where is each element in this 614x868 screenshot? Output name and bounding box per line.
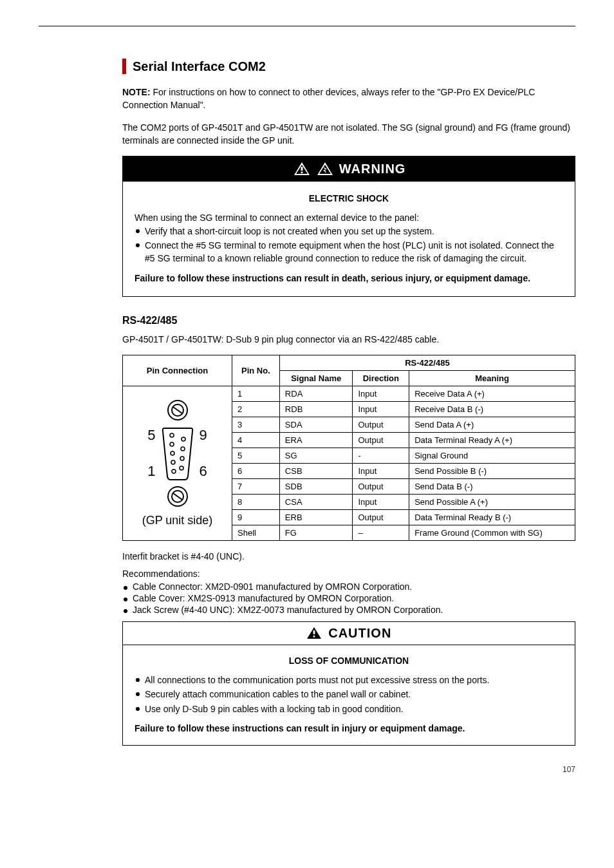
caution-title: CAUTION	[328, 626, 391, 640]
note-label: NOTE:	[122, 87, 153, 97]
th-pin-no: Pin No.	[232, 355, 280, 386]
warning-title: WARNING	[339, 162, 406, 176]
section-heading: Serial Interface COM2	[122, 59, 575, 74]
cell-dir: Output	[353, 479, 409, 495]
cell-sig: SDA	[279, 417, 353, 433]
svg-point-12	[171, 451, 174, 455]
cell-dir: -	[353, 448, 409, 464]
warning-item: Connect the #5 SG terminal to remote equ…	[135, 239, 563, 265]
warning-subhead: ELECTRIC SHOCK	[135, 192, 563, 205]
rec-item: Cable Cover: XM2S-0913 manufactured by O…	[122, 593, 575, 603]
digit-1: 1	[147, 463, 155, 480]
cell-dir: Input	[353, 402, 409, 417]
cell-mean: Data Terminal Ready B (-)	[409, 510, 575, 525]
caution-box: CAUTION LOSS OF COMMUNICATION All connec…	[122, 621, 575, 746]
svg-point-11	[170, 442, 174, 446]
cell-pinno: 4	[232, 433, 280, 448]
cell-pinno: Shell	[232, 525, 280, 541]
svg-rect-24	[313, 636, 315, 637]
cell-pinno: 9	[232, 510, 280, 525]
th-signal: Signal Name	[279, 371, 353, 386]
intro-para-2: The COM2 ports of GP-4501T and GP-4501TW…	[122, 121, 575, 147]
connector-diagram-cell: 5 1	[123, 386, 232, 541]
cell-sig: RDA	[279, 386, 353, 402]
svg-rect-23	[313, 630, 315, 634]
warning-footer: Failure to follow these instructions can…	[135, 272, 563, 285]
cell-sig: CSA	[279, 495, 353, 510]
warning-list: Verify that a short-circuit loop is not …	[135, 225, 563, 265]
interfit-note: Interfit bracket is #4-40 (UNC).	[122, 550, 575, 563]
svg-point-10	[170, 433, 174, 437]
warning-lead: When using the SG terminal to connect an…	[135, 211, 563, 224]
top-rule	[39, 26, 575, 26]
cell-dir: –	[353, 525, 409, 541]
warning-triangle-icon	[317, 162, 333, 176]
caution-body: LOSS OF COMMUNICATION All connections to…	[123, 645, 575, 745]
svg-point-13	[171, 460, 175, 464]
connector-body-icon	[161, 425, 194, 482]
caution-triangle-icon	[306, 627, 322, 639]
cell-pinno: 7	[232, 479, 280, 495]
warning-item: Verify that a short-circuit loop is not …	[135, 225, 563, 238]
cell-dir: Output	[353, 433, 409, 448]
th-rs422: RS-422/485	[279, 355, 575, 371]
cell-mean: Send Data B (-)	[409, 479, 575, 495]
cell-pinno: 6	[232, 464, 280, 479]
cell-dir: Input	[353, 464, 409, 479]
cell-sig: RDB	[279, 402, 353, 417]
th-meaning: Meaning	[409, 371, 575, 386]
cell-pinno: 1	[232, 386, 280, 402]
cell-mean: Frame Ground (Common with SG)	[409, 525, 575, 541]
digit-5: 5	[147, 427, 155, 444]
cell-mean: Send Possible A (+)	[409, 495, 575, 510]
cell-sig: CSB	[279, 464, 353, 479]
th-pin-connection: Pin Connection	[123, 355, 232, 386]
connector-diagram: 5 1	[128, 394, 227, 533]
cell-dir: Output	[353, 417, 409, 433]
pin-table: Pin Connection Pin No. RS-422/485 Signal…	[122, 355, 575, 541]
cell-pinno: 3	[232, 417, 280, 433]
screw-icon	[167, 399, 189, 421]
warning-header: WARNING	[123, 156, 575, 182]
svg-point-15	[181, 437, 185, 441]
svg-point-17	[180, 457, 184, 460]
heading-text: Serial Interface COM2	[133, 59, 266, 74]
note-text: For instructions on how to connect to ot…	[122, 87, 535, 110]
cell-mean: Send Data A (+)	[409, 417, 575, 433]
cell-pinno: 5	[232, 448, 280, 464]
cell-mean: Data Terminal Ready A (+)	[409, 433, 575, 448]
cell-pinno: 2	[232, 402, 280, 417]
intro-note: NOTE: For instructions on how to connect…	[122, 86, 575, 112]
caution-subhead: LOSS OF COMMUNICATION	[135, 654, 563, 667]
rec-item: Jack Screw (#4-40 UNC): XM2Z-0073 manufa…	[122, 605, 575, 615]
caution-item: Use only D-Sub 9 pin cables with a locki…	[135, 703, 563, 715]
svg-point-14	[172, 469, 176, 473]
warning-triangle-icon	[293, 162, 310, 176]
cell-sig: ERB	[279, 510, 353, 525]
rec-item: Cable Connector: XM2D-0901 manufactured …	[122, 581, 575, 592]
svg-line-21	[173, 493, 182, 500]
cell-pinno: 8	[232, 495, 280, 510]
th-direction: Direction	[353, 371, 409, 386]
cell-dir: Input	[353, 495, 409, 510]
digit-6: 6	[200, 463, 207, 480]
recommendations-list: Cable Connector: XM2D-0901 manufactured …	[122, 581, 575, 615]
cell-mean: Receive Data B (-)	[409, 402, 575, 417]
cell-sig: SG	[279, 448, 353, 464]
cell-sig: ERA	[279, 433, 353, 448]
caution-header: CAUTION	[123, 622, 575, 645]
heading-accent-bar	[122, 59, 126, 74]
svg-rect-3	[301, 172, 302, 174]
content-area: Serial Interface COM2 NOTE: For instruct…	[39, 59, 575, 746]
svg-point-16	[181, 447, 185, 451]
digit-9: 9	[200, 427, 207, 444]
rs422-caption: GP-4501T / GP-4501TW: D-Sub 9 pin plug c…	[122, 333, 575, 346]
caution-item: All connections to the communication por…	[135, 674, 563, 686]
screw-icon	[167, 486, 189, 507]
cell-sig: FG	[279, 525, 353, 541]
page-number: 107	[39, 765, 575, 774]
recommendations-label: Recommendations:	[122, 567, 575, 580]
cell-sig: SDB	[279, 479, 353, 495]
warning-box: WARNING ELECTRIC SHOCK When using the SG…	[122, 156, 575, 297]
cell-mean: Send Possible B (-)	[409, 464, 575, 479]
